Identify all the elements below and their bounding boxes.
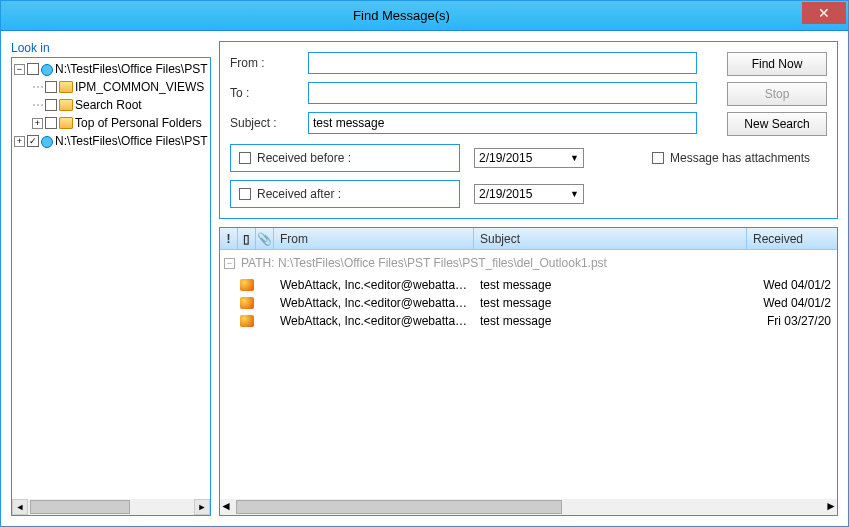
- subject-label: Subject :: [230, 116, 300, 130]
- received-before-date-dropdown[interactable]: 2/19/2015 ▼: [474, 148, 584, 168]
- tree-label: Search Root: [75, 98, 142, 112]
- tree-branch-icon: ⋯: [32, 80, 43, 94]
- results-body[interactable]: − PATH: N:\TestFiles\Office Files\PST Fi…: [220, 250, 837, 499]
- col-importance[interactable]: !: [220, 228, 238, 249]
- stop-button[interactable]: Stop: [727, 82, 827, 106]
- results-header: ! ▯ 📎 From Subject Received: [220, 228, 837, 250]
- result-row[interactable]: WebAttack, Inc.<editor@webattack.c... te…: [220, 294, 837, 312]
- tree-checkbox[interactable]: [27, 63, 39, 75]
- scroll-track[interactable]: [232, 499, 825, 515]
- tree-item-pst-second[interactable]: + ✓ N:\TestFiles\Office Files\PST: [14, 132, 208, 150]
- tree-container: − N:\TestFiles\Office Files\PST ⋯ IPM_CO…: [11, 57, 211, 516]
- folder-tree[interactable]: − N:\TestFiles\Office Files\PST ⋯ IPM_CO…: [12, 58, 210, 499]
- result-from: WebAttack, Inc.<editor@webattack.c...: [274, 296, 474, 310]
- col-attachment[interactable]: 📎: [256, 228, 274, 249]
- result-subject: test message: [474, 296, 747, 310]
- collapse-icon[interactable]: −: [224, 258, 235, 269]
- action-buttons: Find Now Stop New Search: [727, 52, 827, 136]
- scroll-right-icon[interactable]: ►: [825, 499, 837, 515]
- col-subject[interactable]: Subject: [474, 228, 747, 249]
- tree-label: N:\TestFiles\Office Files\PST: [55, 134, 207, 148]
- received-before-date-value: 2/19/2015: [479, 151, 532, 165]
- from-label: From :: [230, 56, 300, 70]
- result-from: WebAttack, Inc.<editor@webattack.c...: [274, 314, 474, 328]
- expand-icon[interactable]: +: [14, 136, 25, 147]
- result-received: Fri 03/27/20: [747, 314, 837, 328]
- close-button[interactable]: ✕: [802, 2, 846, 24]
- from-input[interactable]: [308, 52, 697, 74]
- attachments-row: Message has attachments: [652, 151, 810, 165]
- results-path-text: PATH: N:\TestFiles\Office Files\PST File…: [241, 256, 607, 270]
- results-path-row[interactable]: − PATH: N:\TestFiles\Office Files\PST Fi…: [220, 250, 837, 276]
- tree-checkbox[interactable]: [45, 81, 57, 93]
- pst-file-icon: [41, 134, 53, 148]
- result-row[interactable]: WebAttack, Inc.<editor@webattack.c... te…: [220, 276, 837, 294]
- result-received: Wed 04/01/2: [747, 278, 837, 292]
- result-received: Wed 04/01/2: [747, 296, 837, 310]
- tree-checkbox[interactable]: [45, 99, 57, 111]
- col-from[interactable]: From: [274, 228, 474, 249]
- tree-item-ipm-common[interactable]: ⋯ IPM_COMMON_VIEWS: [14, 78, 208, 96]
- tree-item-top-personal[interactable]: + Top of Personal Folders: [14, 114, 208, 132]
- received-after-date-value: 2/19/2015: [479, 187, 532, 201]
- page-icon: ▯: [243, 232, 250, 246]
- new-search-button[interactable]: New Search: [727, 112, 827, 136]
- scroll-track[interactable]: [28, 499, 194, 515]
- titlebar[interactable]: Find Message(s) ✕: [1, 1, 848, 31]
- tree-branch-icon: ⋯: [32, 98, 43, 112]
- attachments-label: Message has attachments: [670, 151, 810, 165]
- tree-item-search-root[interactable]: ⋯ Search Root: [14, 96, 208, 114]
- received-after-label: Received after :: [257, 187, 349, 201]
- result-subject: test message: [474, 314, 747, 328]
- received-after-date-dropdown[interactable]: 2/19/2015 ▼: [474, 184, 584, 204]
- chevron-down-icon: ▼: [570, 153, 579, 163]
- result-row[interactable]: WebAttack, Inc.<editor@webattack.c... te…: [220, 312, 837, 330]
- results-panel: ! ▯ 📎 From Subject Received − PATH: N:\T…: [219, 227, 838, 516]
- expand-icon[interactable]: +: [32, 118, 43, 129]
- collapse-icon[interactable]: −: [14, 64, 25, 75]
- mail-icon: [240, 297, 254, 309]
- content-area: Look in − N:\TestFiles\Office Files\PST …: [1, 31, 848, 526]
- tree-label: Top of Personal Folders: [75, 116, 202, 130]
- attachments-checkbox[interactable]: [652, 152, 664, 164]
- received-after-checkbox[interactable]: [239, 188, 251, 200]
- to-input[interactable]: [308, 82, 697, 104]
- folder-icon: [59, 117, 73, 129]
- received-before-checkbox[interactable]: [239, 152, 251, 164]
- scroll-left-icon[interactable]: ◄: [220, 499, 232, 515]
- result-from: WebAttack, Inc.<editor@webattack.c...: [274, 278, 474, 292]
- received-after-box: Received after :: [230, 180, 460, 208]
- received-before-label: Received before :: [257, 151, 351, 165]
- tree-hscrollbar[interactable]: ◄ ►: [12, 499, 210, 515]
- to-row: To :: [230, 82, 697, 104]
- tree-checkbox-checked[interactable]: ✓: [27, 135, 39, 147]
- attachment-icon: 📎: [257, 232, 272, 246]
- find-now-button[interactable]: Find Now: [727, 52, 827, 76]
- to-label: To :: [230, 86, 300, 100]
- mail-icon: [240, 315, 254, 327]
- find-messages-window: Find Message(s) ✕ Look in − N:\TestFiles…: [0, 0, 849, 527]
- scroll-thumb[interactable]: [236, 500, 562, 514]
- look-in-label: Look in: [11, 41, 211, 55]
- window-title: Find Message(s): [1, 8, 802, 23]
- result-subject: test message: [474, 278, 747, 292]
- subject-input[interactable]: [308, 112, 697, 134]
- mail-icon: [240, 279, 254, 291]
- received-before-row: Received before : 2/19/2015 ▼ Message ha…: [230, 144, 827, 172]
- scroll-left-icon[interactable]: ◄: [12, 499, 28, 515]
- scroll-thumb[interactable]: [30, 500, 130, 514]
- results-hscrollbar[interactable]: ◄ ►: [220, 499, 837, 515]
- tree-checkbox[interactable]: [45, 117, 57, 129]
- scroll-right-icon[interactable]: ►: [194, 499, 210, 515]
- tree-label: N:\TestFiles\Office Files\PST: [55, 62, 207, 76]
- search-form: From : To : Subject : Find N: [219, 41, 838, 219]
- right-pane: From : To : Subject : Find N: [219, 41, 838, 516]
- col-received[interactable]: Received: [747, 228, 837, 249]
- col-icon[interactable]: ▯: [238, 228, 256, 249]
- folder-icon: [59, 99, 73, 111]
- pst-file-icon: [41, 62, 53, 76]
- chevron-down-icon: ▼: [570, 189, 579, 199]
- tree-item-pst-root[interactable]: − N:\TestFiles\Office Files\PST: [14, 60, 208, 78]
- folder-icon: [59, 81, 73, 93]
- received-after-row: Received after : 2/19/2015 ▼: [230, 180, 827, 208]
